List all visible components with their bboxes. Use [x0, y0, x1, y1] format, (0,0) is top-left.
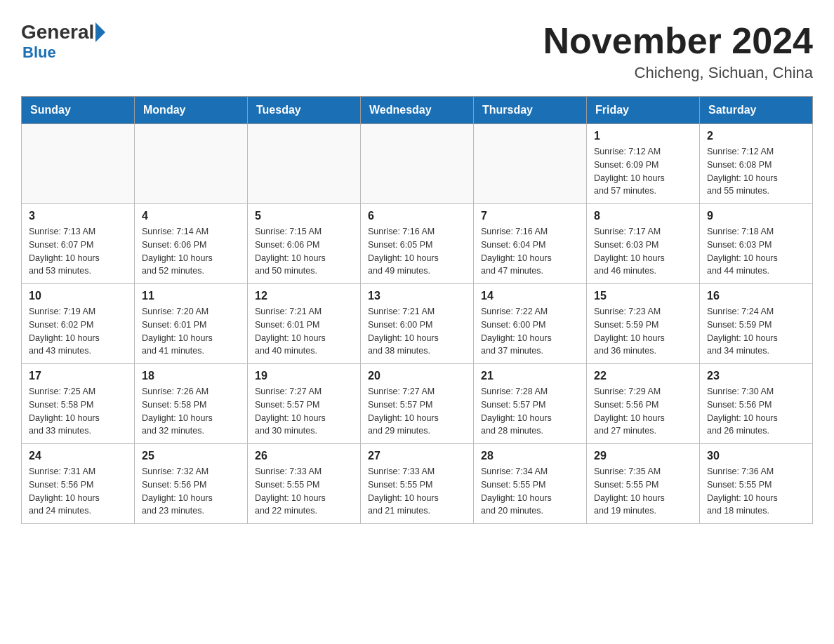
title-area: November 2024 Chicheng, Sichuan, China [543, 21, 813, 82]
day-info: Sunrise: 7:17 AMSunset: 6:03 PMDaylight:… [594, 225, 692, 278]
day-number: 9 [707, 210, 805, 222]
day-number: 14 [481, 290, 579, 302]
page-header: General Blue November 2024 Chicheng, Sic… [21, 21, 813, 82]
day-info: Sunrise: 7:32 AMSunset: 5:56 PMDaylight:… [142, 465, 240, 518]
day-number: 12 [255, 290, 353, 302]
weekday-header-sunday: Sunday [22, 97, 135, 124]
calendar-cell: 22Sunrise: 7:29 AMSunset: 5:56 PMDayligh… [587, 364, 700, 444]
calendar-cell: 14Sunrise: 7:22 AMSunset: 6:00 PMDayligh… [474, 284, 587, 364]
day-number: 20 [368, 370, 466, 382]
calendar-cell: 2Sunrise: 7:12 AMSunset: 6:08 PMDaylight… [700, 124, 813, 204]
weekday-header-saturday: Saturday [700, 97, 813, 124]
day-info: Sunrise: 7:33 AMSunset: 5:55 PMDaylight:… [255, 465, 353, 518]
day-info: Sunrise: 7:12 AMSunset: 6:09 PMDaylight:… [594, 145, 692, 198]
week-row-5: 24Sunrise: 7:31 AMSunset: 5:56 PMDayligh… [22, 444, 813, 524]
calendar-cell: 25Sunrise: 7:32 AMSunset: 5:56 PMDayligh… [135, 444, 248, 524]
calendar-cell: 21Sunrise: 7:28 AMSunset: 5:57 PMDayligh… [474, 364, 587, 444]
day-number: 13 [368, 290, 466, 302]
calendar-cell: 5Sunrise: 7:15 AMSunset: 6:06 PMDaylight… [248, 204, 361, 284]
day-info: Sunrise: 7:35 AMSunset: 5:55 PMDaylight:… [594, 465, 692, 518]
day-info: Sunrise: 7:20 AMSunset: 6:01 PMDaylight:… [142, 305, 240, 358]
logo-blue-text: Blue [22, 43, 56, 62]
day-number: 19 [255, 370, 353, 382]
day-number: 1 [594, 130, 692, 142]
day-number: 25 [142, 450, 240, 462]
day-info: Sunrise: 7:29 AMSunset: 5:56 PMDaylight:… [594, 385, 692, 438]
calendar-cell: 18Sunrise: 7:26 AMSunset: 5:58 PMDayligh… [135, 364, 248, 444]
week-row-4: 17Sunrise: 7:25 AMSunset: 5:58 PMDayligh… [22, 364, 813, 444]
weekday-header-wednesday: Wednesday [361, 97, 474, 124]
day-info: Sunrise: 7:28 AMSunset: 5:57 PMDaylight:… [481, 385, 579, 438]
week-row-2: 3Sunrise: 7:13 AMSunset: 6:07 PMDaylight… [22, 204, 813, 284]
day-number: 17 [29, 370, 127, 382]
calendar-cell: 24Sunrise: 7:31 AMSunset: 5:56 PMDayligh… [22, 444, 135, 524]
day-number: 6 [368, 210, 466, 222]
day-number: 28 [481, 450, 579, 462]
calendar-cell: 30Sunrise: 7:36 AMSunset: 5:55 PMDayligh… [700, 444, 813, 524]
logo: General [21, 21, 105, 43]
calendar-cell: 11Sunrise: 7:20 AMSunset: 6:01 PMDayligh… [135, 284, 248, 364]
day-number: 24 [29, 450, 127, 462]
calendar-cell: 4Sunrise: 7:14 AMSunset: 6:06 PMDaylight… [135, 204, 248, 284]
calendar-cell: 19Sunrise: 7:27 AMSunset: 5:57 PMDayligh… [248, 364, 361, 444]
weekday-header-tuesday: Tuesday [248, 97, 361, 124]
day-number: 7 [481, 210, 579, 222]
day-info: Sunrise: 7:36 AMSunset: 5:55 PMDaylight:… [707, 465, 805, 518]
logo-general-text: General [21, 21, 94, 43]
calendar-cell [248, 124, 361, 204]
day-info: Sunrise: 7:24 AMSunset: 5:59 PMDaylight:… [707, 305, 805, 358]
day-number: 3 [29, 210, 127, 222]
day-info: Sunrise: 7:21 AMSunset: 6:01 PMDaylight:… [255, 305, 353, 358]
day-number: 29 [594, 450, 692, 462]
day-number: 5 [255, 210, 353, 222]
day-info: Sunrise: 7:16 AMSunset: 6:04 PMDaylight:… [481, 225, 579, 278]
calendar-cell [361, 124, 474, 204]
day-info: Sunrise: 7:14 AMSunset: 6:06 PMDaylight:… [142, 225, 240, 278]
calendar-cell: 17Sunrise: 7:25 AMSunset: 5:58 PMDayligh… [22, 364, 135, 444]
calendar-cell [22, 124, 135, 204]
calendar-table: SundayMondayTuesdayWednesdayThursdayFrid… [21, 96, 813, 524]
day-info: Sunrise: 7:18 AMSunset: 6:03 PMDaylight:… [707, 225, 805, 278]
calendar-cell: 1Sunrise: 7:12 AMSunset: 6:09 PMDaylight… [587, 124, 700, 204]
day-number: 4 [142, 210, 240, 222]
day-info: Sunrise: 7:25 AMSunset: 5:58 PMDaylight:… [29, 385, 127, 438]
day-number: 16 [707, 290, 805, 302]
day-number: 22 [594, 370, 692, 382]
logo-arrow-icon [95, 22, 105, 42]
logo-area: General Blue [21, 21, 105, 62]
day-number: 2 [707, 130, 805, 142]
calendar-cell: 10Sunrise: 7:19 AMSunset: 6:02 PMDayligh… [22, 284, 135, 364]
day-info: Sunrise: 7:15 AMSunset: 6:06 PMDaylight:… [255, 225, 353, 278]
calendar-cell [474, 124, 587, 204]
week-row-1: 1Sunrise: 7:12 AMSunset: 6:09 PMDaylight… [22, 124, 813, 204]
calendar-cell: 8Sunrise: 7:17 AMSunset: 6:03 PMDaylight… [587, 204, 700, 284]
calendar-cell: 3Sunrise: 7:13 AMSunset: 6:07 PMDaylight… [22, 204, 135, 284]
weekday-header-monday: Monday [135, 97, 248, 124]
day-info: Sunrise: 7:12 AMSunset: 6:08 PMDaylight:… [707, 145, 805, 198]
calendar-cell [135, 124, 248, 204]
calendar-cell: 15Sunrise: 7:23 AMSunset: 5:59 PMDayligh… [587, 284, 700, 364]
day-number: 8 [594, 210, 692, 222]
calendar-cell: 27Sunrise: 7:33 AMSunset: 5:55 PMDayligh… [361, 444, 474, 524]
day-info: Sunrise: 7:13 AMSunset: 6:07 PMDaylight:… [29, 225, 127, 278]
calendar-cell: 6Sunrise: 7:16 AMSunset: 6:05 PMDaylight… [361, 204, 474, 284]
week-row-3: 10Sunrise: 7:19 AMSunset: 6:02 PMDayligh… [22, 284, 813, 364]
day-number: 18 [142, 370, 240, 382]
day-number: 21 [481, 370, 579, 382]
weekday-header-friday: Friday [587, 97, 700, 124]
day-info: Sunrise: 7:33 AMSunset: 5:55 PMDaylight:… [368, 465, 466, 518]
day-info: Sunrise: 7:22 AMSunset: 6:00 PMDaylight:… [481, 305, 579, 358]
day-info: Sunrise: 7:30 AMSunset: 5:56 PMDaylight:… [707, 385, 805, 438]
day-number: 30 [707, 450, 805, 462]
calendar-cell: 28Sunrise: 7:34 AMSunset: 5:55 PMDayligh… [474, 444, 587, 524]
calendar-cell: 9Sunrise: 7:18 AMSunset: 6:03 PMDaylight… [700, 204, 813, 284]
month-title: November 2024 [543, 21, 813, 61]
day-number: 10 [29, 290, 127, 302]
day-info: Sunrise: 7:16 AMSunset: 6:05 PMDaylight:… [368, 225, 466, 278]
day-number: 26 [255, 450, 353, 462]
day-info: Sunrise: 7:26 AMSunset: 5:58 PMDaylight:… [142, 385, 240, 438]
day-info: Sunrise: 7:19 AMSunset: 6:02 PMDaylight:… [29, 305, 127, 358]
day-info: Sunrise: 7:31 AMSunset: 5:56 PMDaylight:… [29, 465, 127, 518]
day-number: 23 [707, 370, 805, 382]
location-subtitle: Chicheng, Sichuan, China [543, 64, 813, 82]
